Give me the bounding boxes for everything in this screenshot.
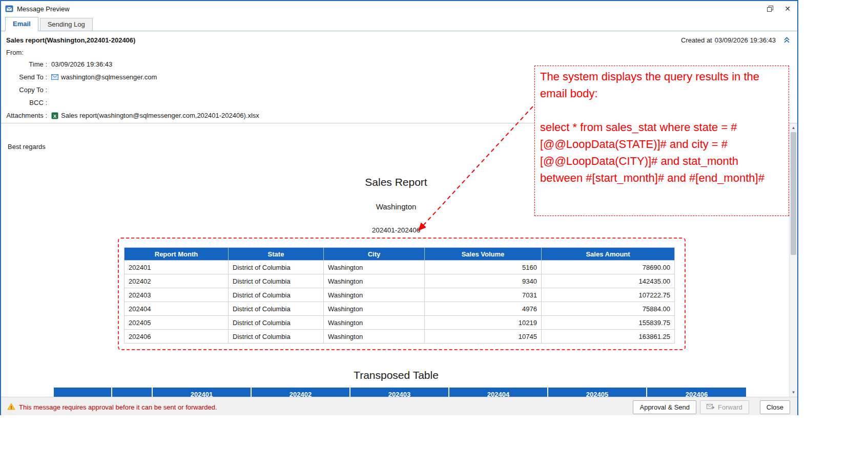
annotation-paragraph-2: select * from sales_stat where state = #… [540, 119, 783, 186]
excel-file-icon: X [51, 112, 58, 119]
created-at: Created at 03/09/2026 19:36:43 [681, 36, 790, 44]
close-window-button[interactable]: ✕ [783, 4, 792, 13]
title-bar: Message Preview ✕ [1, 1, 797, 16]
scrollbar-thumb[interactable] [791, 132, 796, 255]
annotation-highlight-rect [118, 238, 686, 350]
warning-icon: ! [7, 403, 15, 412]
svg-text:!: ! [11, 405, 12, 410]
from-label: From: [1, 46, 797, 58]
time-value: 03/09/2026 19:36:43 [51, 60, 112, 68]
time-label: Time : [1, 60, 47, 68]
app-icon [5, 5, 13, 13]
greeting-text: Best regards [8, 143, 46, 151]
tab-strip: Email Sending Log [1, 16, 797, 31]
created-at-value: 03/09/2026 19:36:43 [715, 36, 776, 44]
transposed-month-cell: 202406 [647, 388, 746, 397]
transposed-month-cell: 202404 [449, 388, 548, 397]
created-at-label: Created at [681, 36, 712, 44]
transposed-label-cell [112, 388, 153, 397]
approval-and-send-button[interactable]: Approval & Send [633, 400, 696, 414]
scroll-up-arrow-icon[interactable]: ▲ [790, 123, 797, 132]
transposed-month-cell: 202402 [252, 388, 350, 397]
approval-warning-text: This message requires approval before it… [19, 403, 217, 411]
transposed-month-cell: 202405 [548, 388, 647, 397]
close-button[interactable]: Close [760, 400, 790, 414]
transposed-table-header-row: 202401 202402 202403 202404 202405 20240… [54, 388, 746, 397]
collapse-header-button[interactable] [783, 36, 790, 44]
footer-bar: ! This message requires approval before … [1, 397, 797, 415]
vertical-scrollbar[interactable]: ▲ ▼ [789, 123, 797, 397]
send-to-value: washington@sqlmessenger.com [61, 73, 157, 81]
bcc-label: BCC : [1, 99, 47, 106]
tab-sending-log[interactable]: Sending Log [40, 18, 93, 31]
scroll-down-arrow-icon[interactable]: ▼ [790, 388, 797, 397]
transposed-label-cell [54, 388, 112, 397]
transposed-month-cell: 202403 [350, 388, 449, 397]
forward-button-label: Forward [718, 403, 742, 411]
transposed-table-title: Transposed Table [1, 369, 791, 381]
envelope-icon [51, 74, 58, 80]
forward-icon [707, 403, 715, 411]
window-title: Message Preview [17, 5, 70, 13]
report-range: 202401-202406 [1, 226, 791, 234]
tab-email[interactable]: Email [5, 17, 38, 31]
annotation-paragraph-1: The system displays the query results in… [540, 68, 783, 102]
transposed-month-cell: 202401 [153, 388, 252, 397]
send-to-label: Send To : [1, 73, 47, 81]
mail-subject: Sales report(Washington,202401-202406) [6, 36, 135, 44]
restore-window-button[interactable] [766, 4, 775, 13]
annotation-callout: The system displays the query results in… [534, 66, 789, 216]
attachment-filename: Sales report(washington@sqlmessenger.com… [61, 112, 259, 119]
svg-text:X: X [53, 113, 56, 118]
attachments-label: Attachments : [1, 112, 47, 119]
copy-to-label: Copy To : [1, 86, 47, 94]
attachment-item[interactable]: X Sales report(washington@sqlmessenger.c… [51, 112, 259, 119]
message-preview-window: Message Preview ✕ Email Sending Log Sale… [0, 0, 798, 415]
forward-button[interactable]: Forward [700, 400, 749, 414]
